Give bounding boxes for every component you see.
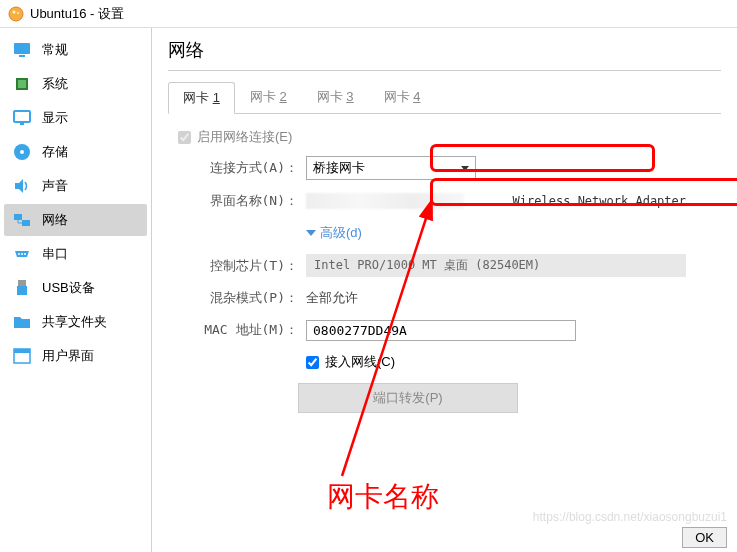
svg-rect-7	[14, 111, 30, 122]
svg-point-16	[21, 253, 23, 255]
triangle-down-icon	[306, 230, 316, 236]
advanced-toggle[interactable]: 高级(d)	[306, 224, 362, 242]
mac-label: MAC 地址(M)：	[178, 321, 298, 339]
tab-adapter-1[interactable]: 网卡 1	[168, 82, 235, 114]
sidebar-item-audio[interactable]: 声音	[4, 170, 147, 202]
form: 启用网络连接(E) 连接方式(A)： 桥接网卡 界面名称(N)： Wireles…	[168, 114, 721, 437]
sidebar-item-label: USB设备	[42, 279, 95, 297]
promisc-value: 全部允许	[306, 289, 358, 307]
chevron-down-icon	[461, 166, 469, 171]
annotation-text: 网卡名称	[327, 478, 439, 516]
mac-input[interactable]	[306, 320, 576, 341]
tab-adapter-4[interactable]: 网卡 4	[369, 81, 436, 113]
app-icon	[8, 6, 24, 22]
sidebar-item-label: 声音	[42, 177, 68, 195]
monitor-icon	[12, 40, 32, 60]
promisc-label: 混杂模式(P)：	[178, 289, 298, 307]
connection-label: 连接方式(A)：	[178, 159, 298, 177]
enable-network-checkbox[interactable]	[178, 131, 191, 144]
serial-icon	[12, 244, 32, 264]
svg-rect-8	[20, 123, 24, 125]
cable-label: 接入网线(C)	[325, 353, 395, 371]
svg-rect-3	[14, 43, 30, 54]
sidebar-item-label: 显示	[42, 109, 68, 127]
advanced-row: 高级(d)	[178, 222, 711, 244]
enable-network-label: 启用网络连接(E)	[197, 128, 292, 146]
svg-rect-6	[18, 80, 26, 88]
chip-value: Intel PRO/1000 MT 桌面 (82540EM)	[306, 254, 686, 277]
svg-rect-18	[18, 280, 26, 286]
svg-rect-19	[17, 286, 27, 295]
sidebar-item-label: 用户界面	[42, 347, 94, 365]
svg-rect-21	[14, 349, 30, 353]
port-forward-row: 端口转发(P)	[178, 383, 711, 413]
promisc-row: 混杂模式(P)： 全部允许	[178, 287, 711, 309]
window-title: Ubuntu16 - 设置	[30, 5, 124, 23]
svg-point-1	[13, 10, 16, 13]
connection-value: 桥接网卡	[313, 159, 365, 177]
interface-dropdown[interactable]: Wireless Network Adapter	[306, 191, 686, 211]
interface-label: 界面名称(N)：	[178, 192, 298, 210]
sidebar-item-storage[interactable]: 存储	[4, 136, 147, 168]
sidebar-item-ui[interactable]: 用户界面	[4, 340, 147, 372]
tab-adapter-3[interactable]: 网卡 3	[302, 81, 369, 113]
interface-row: 界面名称(N)： Wireless Network Adapter	[178, 190, 711, 212]
svg-point-2	[17, 12, 19, 14]
svg-rect-4	[19, 55, 25, 57]
sidebar-item-label: 共享文件夹	[42, 313, 107, 331]
chip-label: 控制芯片(T)：	[178, 257, 298, 275]
cable-checkbox[interactable]	[306, 356, 319, 369]
svg-point-17	[24, 253, 26, 255]
folder-icon	[12, 312, 32, 332]
interface-value-suffix: Wireless Network Adapter	[513, 194, 686, 208]
interface-value-masked	[306, 193, 464, 209]
sidebar-item-display[interactable]: 显示	[4, 102, 147, 134]
sidebar-item-serial[interactable]: 串口	[4, 238, 147, 270]
sidebar-item-label: 常规	[42, 41, 68, 59]
display-icon	[12, 108, 32, 128]
speaker-icon	[12, 176, 32, 196]
sidebar-item-network[interactable]: 网络	[4, 204, 147, 236]
advanced-label: 高级(d)	[320, 224, 362, 242]
svg-point-15	[18, 253, 20, 255]
sidebar-item-label: 网络	[42, 211, 68, 229]
usb-icon	[12, 278, 32, 298]
cable-row: 接入网线(C)	[178, 351, 711, 373]
disk-icon	[12, 142, 32, 162]
chip-row: 控制芯片(T)： Intel PRO/1000 MT 桌面 (82540EM)	[178, 254, 711, 277]
svg-point-0	[9, 7, 23, 21]
page-title: 网络	[168, 38, 721, 62]
enable-network-row: 启用网络连接(E)	[178, 128, 711, 146]
sidebar: 常规 系统 显示 存储 声音 网络 串口 USB设备	[0, 28, 152, 552]
sidebar-item-general[interactable]: 常规	[4, 34, 147, 66]
connection-row: 连接方式(A)： 桥接网卡	[178, 156, 711, 180]
sidebar-item-label: 串口	[42, 245, 68, 263]
tabs: 网卡 1 网卡 2 网卡 3 网卡 4	[168, 81, 721, 114]
mac-row: MAC 地址(M)：	[178, 319, 711, 341]
sidebar-item-system[interactable]: 系统	[4, 68, 147, 100]
divider	[168, 70, 721, 71]
connection-dropdown[interactable]: 桥接网卡	[306, 156, 476, 180]
svg-point-10	[20, 150, 24, 154]
sidebar-item-usb[interactable]: USB设备	[4, 272, 147, 304]
tab-adapter-2[interactable]: 网卡 2	[235, 81, 302, 113]
sidebar-item-shared[interactable]: 共享文件夹	[4, 306, 147, 338]
network-icon	[12, 210, 32, 230]
content-panel: 网络 网卡 1 网卡 2 网卡 3 网卡 4 启用网络连接(E) 连接方式(A)…	[152, 28, 737, 552]
sidebar-item-label: 系统	[42, 75, 68, 93]
window-titlebar: Ubuntu16 - 设置	[0, 0, 737, 28]
sidebar-item-label: 存储	[42, 143, 68, 161]
svg-rect-11	[14, 214, 22, 220]
watermark: https://blog.csdn.net/xiaosongbuzui1	[533, 510, 727, 524]
ui-icon	[12, 346, 32, 366]
port-forward-button[interactable]: 端口转发(P)	[298, 383, 518, 413]
chip-icon	[12, 74, 32, 94]
ok-button[interactable]: OK	[682, 527, 727, 548]
